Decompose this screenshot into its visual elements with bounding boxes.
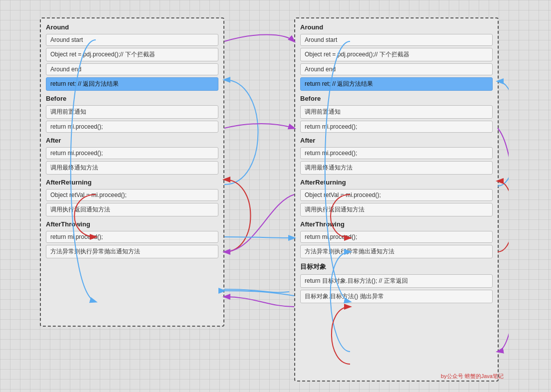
right-target-item-1: 目标对象.目标方法() 抛出异常 bbox=[300, 290, 493, 303]
left-after-section: After return mi.proceed(); 调用最终通知方法 bbox=[46, 137, 218, 175]
right-panel: Around Around start Object ret = pdj.pro… bbox=[294, 17, 499, 382]
right-afterthrowing-title: AfterThrowing bbox=[300, 220, 493, 228]
right-afterthrowing-item-1: 方法异常则执行异常抛出通知方法 bbox=[300, 245, 493, 258]
right-before-item-0: 调用前置通知 bbox=[300, 105, 493, 119]
right-after-title: After bbox=[300, 137, 493, 144]
left-afterreturning-section: AfterReturning Object retVal = mi.procee… bbox=[46, 179, 218, 216]
right-around-item-3: return ret; // 返回方法结果 bbox=[300, 77, 493, 91]
right-afterreturning-item-0: Object retVal = mi.proceed(); bbox=[300, 189, 493, 201]
left-around-item-2: Around end bbox=[46, 63, 218, 75]
left-around-section: Around Around start Object ret = pdj.pro… bbox=[46, 23, 218, 91]
right-target-title: 目标对象 bbox=[300, 262, 493, 271]
left-before-item-0: 调用前置通知 bbox=[46, 105, 218, 119]
left-around-item-0: Around start bbox=[46, 34, 218, 46]
right-target-section: 目标对象 return 目标对象.目标方法(); // 正常返回 目标对象.目标… bbox=[300, 262, 493, 303]
left-panel: Around Around start Object ret = pdj.pro… bbox=[40, 17, 224, 327]
canvas: Around Around start Object ret = pdj.pro… bbox=[0, 0, 551, 392]
right-before-title: Before bbox=[300, 95, 493, 102]
left-around-item-1: Object ret = pdj.proceed();// 下个拦截器 bbox=[46, 48, 218, 61]
right-afterthrowing-item-0: return mi.proceed(); bbox=[300, 231, 493, 243]
right-around-item-2: Around end bbox=[300, 63, 493, 75]
right-around-item-0: Around start bbox=[300, 34, 493, 46]
right-before-section: Before 调用前置通知 return mi.proceed(); bbox=[300, 95, 493, 133]
right-around-section: Around Around start Object ret = pdj.pro… bbox=[300, 23, 493, 91]
right-afterreturning-section: AfterReturning Object retVal = mi.procee… bbox=[300, 179, 493, 216]
left-around-title: Around bbox=[46, 23, 218, 31]
watermark: by公众号 螃蟹的Java笔记 bbox=[441, 373, 504, 380]
left-before-title: Before bbox=[46, 95, 218, 102]
right-after-item-1: 调用最终通知方法 bbox=[300, 161, 493, 175]
left-afterthrowing-title: AfterThrowing bbox=[46, 220, 218, 228]
left-after-item-1: 调用最终通知方法 bbox=[46, 161, 218, 175]
left-afterthrowing-section: AfterThrowing return mi.proceed(); 方法异常则… bbox=[46, 220, 218, 258]
right-around-title: Around bbox=[300, 23, 493, 31]
right-around-item-1: Object ret = pdj.proceed();// 下个拦截器 bbox=[300, 48, 493, 61]
right-target-item-0: return 目标对象.目标方法(); // 正常返回 bbox=[300, 274, 493, 288]
left-before-section: Before 调用前置通知 return mi.proceed(); bbox=[46, 95, 218, 133]
left-after-title: After bbox=[46, 137, 218, 144]
left-afterreturning-item-1: 调用执行返回通知方法 bbox=[46, 203, 218, 216]
left-afterreturning-item-0: Object retVal = mi.proceed(); bbox=[46, 189, 218, 201]
left-before-item-1: return mi.proceed(); bbox=[46, 121, 218, 133]
diagram-container: Around Around start Object ret = pdj.pro… bbox=[40, 7, 509, 384]
right-afterreturning-item-1: 调用执行返回通知方法 bbox=[300, 203, 493, 216]
left-around-item-3: return ret; // 返回方法结果 bbox=[46, 77, 218, 91]
left-after-item-0: return mi.proceed(); bbox=[46, 147, 218, 159]
left-afterreturning-title: AfterReturning bbox=[46, 179, 218, 186]
left-afterthrowing-item-0: return mi.proceed(); bbox=[46, 231, 218, 243]
right-afterreturning-title: AfterReturning bbox=[300, 179, 493, 186]
right-afterthrowing-section: AfterThrowing return mi.proceed(); 方法异常则… bbox=[300, 220, 493, 258]
right-after-item-0: return mi.proceed(); bbox=[300, 147, 493, 159]
left-afterthrowing-item-1: 方法异常则执行异常抛出通知方法 bbox=[46, 245, 218, 258]
right-before-item-1: return mi.proceed(); bbox=[300, 121, 493, 133]
right-after-section: After return mi.proceed(); 调用最终通知方法 bbox=[300, 137, 493, 175]
